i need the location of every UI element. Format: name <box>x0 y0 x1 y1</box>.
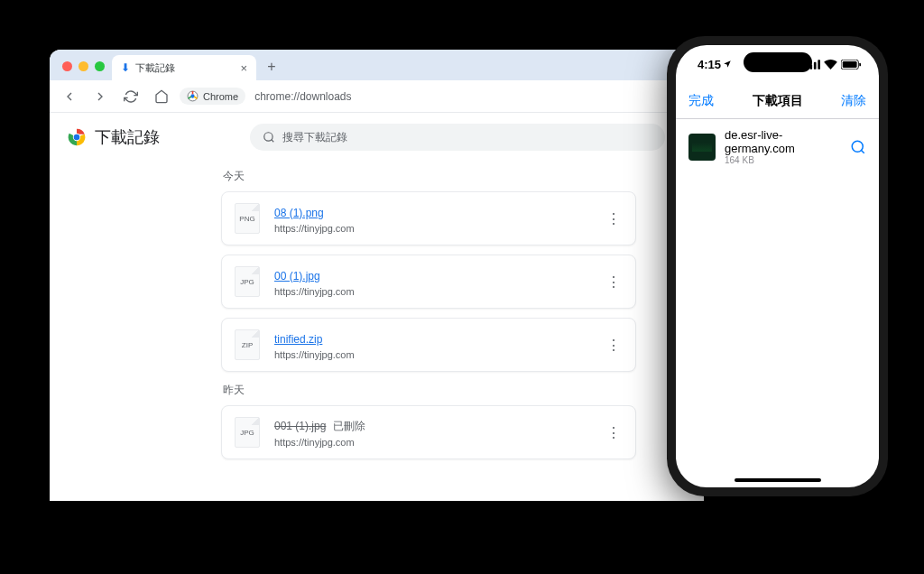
svg-rect-12 <box>859 62 861 66</box>
download-source: https://tinyjpg.com <box>274 437 590 448</box>
status-icons <box>806 60 861 69</box>
window-maximize-icon[interactable] <box>95 61 105 71</box>
download-filename[interactable]: 00 (1).jpg <box>274 270 320 282</box>
dynamic-island <box>744 52 812 72</box>
back-button[interactable] <box>57 84 82 109</box>
chrome-window: ⬇ 下載記錄 × + Chrome chrome://downloads 下載記… <box>50 50 704 501</box>
browser-tab[interactable]: ⬇ 下載記錄 × <box>112 55 256 80</box>
svg-point-4 <box>74 134 80 141</box>
file-thumb-icon <box>688 134 716 161</box>
more-icon[interactable]: ⋮ <box>605 337 623 354</box>
svg-point-1 <box>190 94 194 97</box>
more-icon[interactable]: ⋮ <box>605 210 623 227</box>
download-item: ZIP tinified.zip https://tinyjpg.com ⋮ <box>221 318 636 372</box>
download-item: JPG 00 (1).jpg https://tinyjpg.com ⋮ <box>221 255 636 309</box>
phone-filesize: 164 KB <box>725 155 841 165</box>
page-title: 下載記錄 <box>95 126 160 148</box>
tab-title: 下載記錄 <box>135 61 175 75</box>
file-thumb-icon: ZIP <box>235 329 260 360</box>
file-thumb-icon: PNG <box>235 203 260 234</box>
download-item: PNG 08 (1).png https://tinyjpg.com ⋮ <box>221 191 636 245</box>
section-label: 昨天 <box>223 383 636 398</box>
toolbar: Chrome chrome://downloads <box>50 80 704 113</box>
phone-download-item[interactable]: de.esr-live-germany.com 164 KB <box>676 119 879 174</box>
download-source: https://tinyjpg.com <box>274 349 590 360</box>
wifi-icon <box>824 60 837 69</box>
download-source: https://tinyjpg.com <box>274 286 590 297</box>
phone-header: 完成 下載項目 清除 <box>676 83 879 119</box>
search-input[interactable]: 搜尋下載記錄 <box>250 124 665 151</box>
address-bar[interactable]: chrome://downloads <box>251 90 697 103</box>
file-thumb-icon: JPG <box>235 266 260 297</box>
phone-frame: 4:15 完成 下載項目 清除 de.esr-live-germany.com … <box>667 36 888 496</box>
more-icon[interactable]: ⋮ <box>605 273 623 291</box>
section-label: 今天 <box>223 169 636 184</box>
chrome-icon <box>187 90 199 102</box>
home-indicator[interactable] <box>735 478 821 482</box>
svg-rect-8 <box>814 61 817 69</box>
download-filename[interactable]: 08 (1).png <box>274 207 324 219</box>
window-close-icon[interactable] <box>62 61 72 71</box>
search-icon <box>263 131 275 144</box>
download-source: https://tinyjpg.com <box>274 223 590 234</box>
phone-title: 下載項目 <box>753 93 803 109</box>
tab-bar: ⬇ 下載記錄 × + <box>50 50 704 80</box>
forward-button[interactable] <box>88 84 113 109</box>
deleted-label: 已刪除 <box>333 420 365 432</box>
downloads-page: 下載記錄 搜尋下載記錄 今天 PNG 08 (1).png https://ti… <box>50 113 704 501</box>
phone-filename: de.esr-live-germany.com <box>725 128 841 155</box>
more-icon[interactable]: ⋮ <box>605 424 623 441</box>
search-placeholder: 搜尋下載記錄 <box>282 130 347 145</box>
battery-icon <box>841 60 861 69</box>
site-identity[interactable]: Chrome <box>180 88 245 105</box>
search-icon[interactable] <box>850 139 866 155</box>
traffic-lights <box>57 61 112 80</box>
done-button[interactable]: 完成 <box>688 93 714 109</box>
download-icon: ⬇ <box>121 61 130 74</box>
phone-screen: 4:15 完成 下載項目 清除 de.esr-live-germany.com … <box>676 45 879 487</box>
status-time: 4:15 <box>698 58 732 71</box>
close-icon[interactable]: × <box>240 61 247 75</box>
svg-point-5 <box>264 133 273 141</box>
location-arrow-icon <box>723 60 732 69</box>
download-item: JPG 001 (1).jpg已刪除 https://tinyjpg.com ⋮ <box>221 405 636 459</box>
reload-button[interactable] <box>118 84 143 109</box>
svg-rect-11 <box>843 60 857 67</box>
svg-rect-9 <box>818 60 820 69</box>
clear-button[interactable]: 清除 <box>841 93 866 109</box>
download-filename[interactable]: tinified.zip <box>274 333 322 346</box>
chrome-logo-icon <box>68 128 86 146</box>
window-minimize-icon[interactable] <box>79 61 88 71</box>
download-filename-deleted: 001 (1).jpg <box>274 420 326 432</box>
home-button[interactable] <box>149 84 174 109</box>
page-header: 下載記錄 搜尋下載記錄 <box>68 124 686 151</box>
svg-point-13 <box>852 141 863 152</box>
downloads-list: 今天 PNG 08 (1).png https://tinyjpg.com ⋮ … <box>221 169 636 459</box>
new-tab-button[interactable]: + <box>260 55 283 79</box>
file-thumb-icon: JPG <box>235 417 260 448</box>
chrome-pill-label: Chrome <box>203 91 238 102</box>
